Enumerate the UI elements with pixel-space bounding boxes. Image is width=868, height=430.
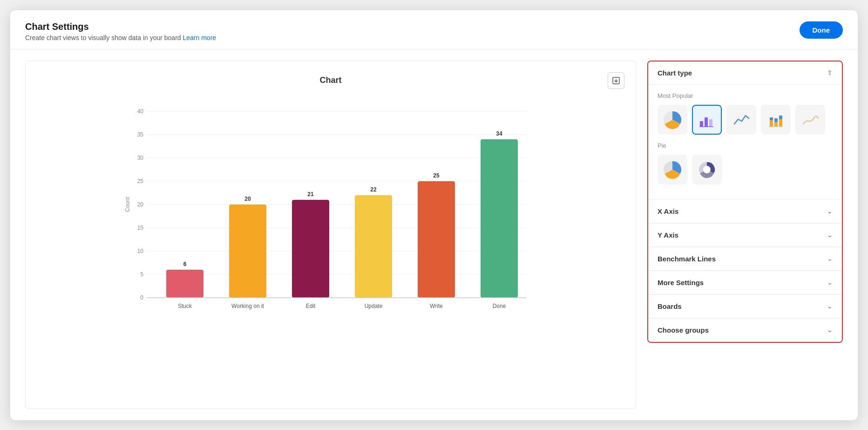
svg-text:15: 15: [137, 225, 144, 231]
y-axis-chevron: ⌄: [827, 231, 833, 239]
chart-type-line[interactable]: [726, 105, 756, 135]
more-settings-chevron: ⌄: [827, 279, 833, 286]
svg-text:40: 40: [137, 108, 144, 115]
export-icon: [612, 76, 620, 85]
svg-point-45: [703, 166, 711, 173]
svg-rect-36: [709, 119, 712, 127]
chart-type-pie[interactable]: [658, 155, 687, 184]
svg-text:Edit: Edit: [306, 303, 316, 309]
x-axis-header[interactable]: X Axis ⌄: [648, 200, 842, 223]
chart-type-pie-full[interactable]: [658, 105, 687, 135]
bar-done: [481, 139, 518, 298]
svg-rect-34: [700, 121, 703, 127]
svg-text:0: 0: [140, 294, 143, 301]
svg-text:5: 5: [140, 271, 143, 278]
bar-stuck: [166, 270, 203, 298]
svg-text:Done: Done: [493, 303, 506, 309]
more-settings-section: More Settings ⌄: [648, 271, 842, 295]
svg-text:21: 21: [307, 191, 314, 198]
svg-rect-40: [774, 122, 778, 127]
right-panel: Chart type ⇧ Most Popular: [647, 61, 843, 343]
chart-export-button[interactable]: [608, 72, 624, 89]
bar-update: [355, 195, 392, 298]
choose-groups-header[interactable]: Choose groups ⌄: [648, 319, 842, 342]
chart-type-section-header[interactable]: Chart type ⇧: [648, 61, 842, 85]
svg-text:30: 30: [137, 155, 144, 161]
chart-header: Chart: [37, 72, 624, 89]
svg-text:20: 20: [244, 196, 251, 202]
subtitle-text: Create chart views to visually show data…: [25, 34, 181, 41]
bar-chart-svg: 0 5 10 15 20 25 30 35 40 Count 6 Stuck: [37, 93, 624, 316]
chart-title: Chart: [54, 75, 608, 85]
modal-header: Chart Settings Create chart views to vis…: [10, 10, 858, 49]
svg-text:25: 25: [433, 172, 440, 179]
x-axis-section: X Axis ⌄: [648, 200, 842, 224]
svg-rect-39: [770, 117, 773, 120]
svg-text:10: 10: [137, 248, 144, 254]
pie-grid: [658, 155, 833, 184]
svg-text:20: 20: [137, 201, 144, 208]
choose-groups-chevron: ⌄: [827, 326, 833, 334]
y-axis-header[interactable]: Y Axis ⌄: [648, 224, 842, 247]
more-settings-header[interactable]: More Settings ⌄: [648, 271, 842, 294]
boards-section: Boards ⌄: [648, 295, 842, 319]
benchmark-lines-section: Benchmark Lines ⌄: [648, 247, 842, 271]
donut-icon: [698, 160, 716, 179]
chart-type-label: Chart type: [658, 69, 692, 77]
bar-chart-icon: [698, 111, 716, 129]
x-axis-label: X Axis: [658, 207, 678, 215]
header-subtitle: Create chart views to visually show data…: [25, 34, 216, 41]
svg-text:34: 34: [496, 130, 502, 137]
most-popular-label: Most Popular: [658, 92, 833, 99]
benchmark-lines-label: Benchmark Lines: [658, 255, 716, 263]
chart-type-bar[interactable]: [692, 105, 722, 135]
svg-rect-38: [770, 120, 773, 127]
bar-write: [418, 181, 455, 298]
svg-text:Write: Write: [430, 303, 443, 309]
page-title: Chart Settings: [25, 21, 216, 32]
header-left: Chart Settings Create chart views to vis…: [25, 21, 216, 41]
benchmark-lines-header[interactable]: Benchmark Lines ⌄: [648, 247, 842, 271]
chart-type-stacked-bar[interactable]: [761, 105, 791, 135]
svg-text:Stuck: Stuck: [178, 303, 192, 309]
more-settings-label: More Settings: [658, 279, 704, 287]
line-chart-icon: [732, 111, 750, 129]
boards-label: Boards: [658, 302, 682, 310]
svg-text:25: 25: [137, 178, 144, 184]
content-area: Chart: [10, 49, 858, 420]
choose-groups-section: Choose groups ⌄: [648, 319, 842, 342]
most-popular-grid: [658, 105, 833, 135]
area-chart-icon: [801, 111, 819, 129]
svg-rect-42: [779, 119, 782, 127]
choose-groups-label: Choose groups: [658, 326, 709, 334]
svg-text:6: 6: [183, 261, 187, 267]
chart-type-body: Most Popular: [648, 85, 842, 200]
done-button[interactable]: Done: [800, 21, 843, 39]
chart-area: Chart: [25, 61, 636, 409]
y-axis-section: Y Axis ⌄: [648, 224, 842, 247]
chart-type-area[interactable]: [795, 105, 825, 135]
y-axis-label: Y Axis: [658, 231, 678, 239]
pie-icon: [663, 160, 682, 179]
svg-text:35: 35: [137, 131, 144, 138]
svg-rect-41: [774, 118, 778, 122]
modal-container: Chart Settings Create chart views to vis…: [10, 10, 858, 420]
x-axis-chevron: ⌄: [827, 207, 833, 215]
chart-type-chevron-up: ⇧: [827, 69, 833, 76]
pie-full-icon: [663, 110, 682, 129]
svg-rect-35: [705, 117, 708, 127]
pie-label: Pie: [658, 142, 833, 149]
stacked-bar-icon: [767, 111, 785, 129]
benchmark-lines-chevron: ⌄: [827, 255, 833, 262]
bar-edit: [292, 200, 329, 298]
learn-more-link[interactable]: Learn more: [183, 34, 217, 41]
boards-header[interactable]: Boards ⌄: [648, 295, 842, 318]
bar-working: [229, 205, 266, 298]
boards-chevron: ⌄: [827, 302, 833, 310]
svg-text:Count: Count: [124, 197, 131, 212]
svg-text:Working on it: Working on it: [231, 303, 264, 309]
svg-text:22: 22: [370, 186, 377, 193]
chart-type-donut[interactable]: [692, 155, 722, 184]
svg-text:Update: Update: [365, 303, 383, 309]
svg-rect-43: [779, 116, 782, 119]
